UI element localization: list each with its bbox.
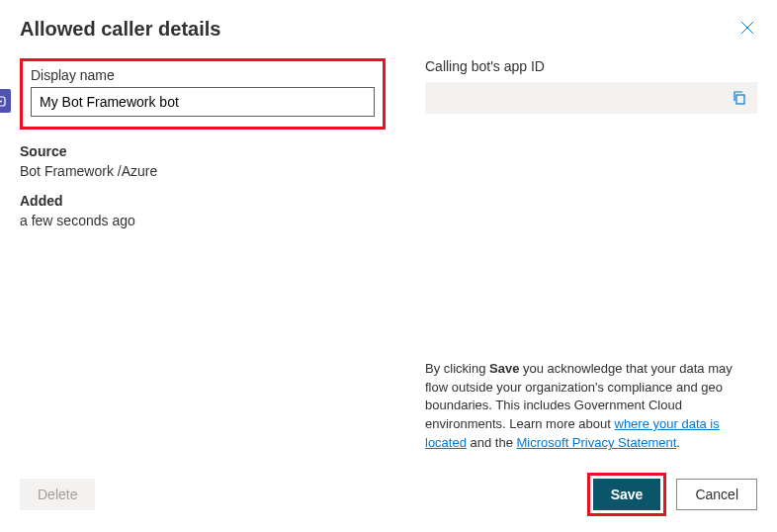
right-column: Calling bot's app ID [425, 58, 757, 242]
panel-title: Allowed caller details [20, 18, 220, 41]
save-highlight: Save [587, 473, 667, 516]
app-id-field [425, 82, 757, 114]
right-action-group: Save Cancel [587, 473, 757, 516]
display-name-field: Display name [31, 67, 375, 117]
close-icon [740, 21, 754, 35]
display-name-highlight: Display name [20, 58, 386, 130]
source-value: Bot Framework /Azure [20, 163, 386, 179]
privacy-statement-link[interactable]: Microsoft Privacy Statement [517, 435, 677, 450]
close-button[interactable] [737, 18, 757, 38]
app-id-label: Calling bot's app ID [425, 58, 757, 74]
source-label: Source [20, 143, 386, 159]
disclaimer-mid: and the [467, 435, 517, 450]
disclaimer-save-word: Save [489, 361, 519, 376]
delete-button[interactable]: Delete [20, 479, 95, 510]
panel-header: Allowed caller details [20, 18, 757, 41]
cancel-button[interactable]: Cancel [676, 479, 757, 510]
copy-button[interactable] [732, 90, 747, 106]
copy-icon [732, 90, 747, 106]
content-area: Display name Source Bot Framework /Azure… [20, 58, 757, 242]
disclaimer-prefix: By clicking [425, 361, 489, 376]
disclaimer-text: By clicking Save you acknowledge that yo… [425, 360, 757, 453]
svg-rect-7 [736, 95, 744, 104]
display-name-input[interactable] [31, 87, 375, 117]
bot-icon [0, 89, 11, 113]
svg-point-4 [0, 101, 2, 103]
display-name-label: Display name [31, 67, 375, 83]
added-value: a few seconds ago [20, 213, 386, 228]
disclaimer-period: . [676, 435, 680, 450]
save-button[interactable]: Save [593, 479, 661, 510]
bot-glyph-icon [0, 93, 7, 109]
added-label: Added [20, 193, 386, 209]
footer-actions: Delete Save Cancel [20, 473, 757, 516]
left-column: Display name Source Bot Framework /Azure… [20, 58, 386, 242]
meta-section: Source Bot Framework /Azure Added a few … [20, 143, 386, 228]
